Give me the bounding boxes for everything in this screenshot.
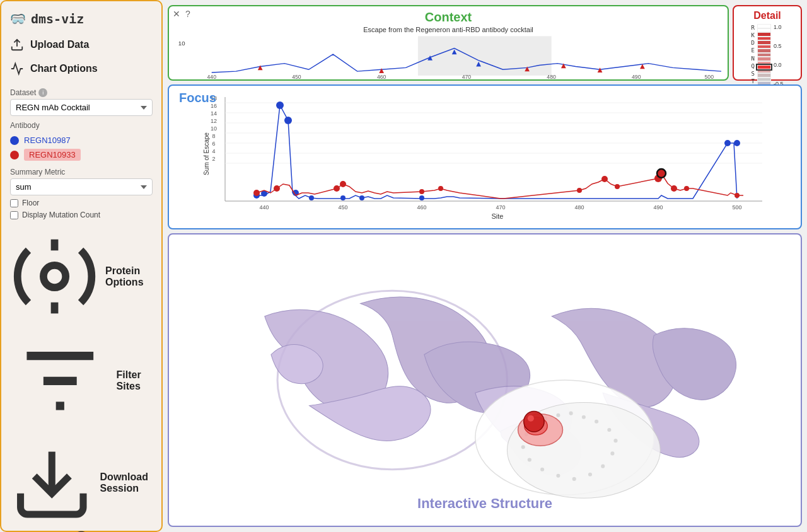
upload-data-label: Upload Data xyxy=(30,39,89,50)
svg-text:14: 14 xyxy=(211,110,217,117)
svg-text:500: 500 xyxy=(732,204,741,211)
svg-text:470: 470 xyxy=(496,204,505,211)
main-area: ✕ ? Context Escape from the Regeneron an… xyxy=(163,0,807,532)
detail-title: Detail xyxy=(753,10,781,21)
display-mutation-checkbox[interactable] xyxy=(10,211,18,219)
dataset-label: Dataset i xyxy=(10,88,153,97)
filter-sites-label: Filter Sites xyxy=(117,369,153,392)
svg-text:500: 500 xyxy=(705,74,714,80)
logo-icon: 🥽 xyxy=(10,11,26,26)
svg-point-61 xyxy=(419,195,424,200)
floor-label: Floor xyxy=(22,199,39,207)
antibody2-label: REGN10933 xyxy=(24,149,81,161)
antibody1-label: REGN10987 xyxy=(24,136,71,145)
upload-data-button[interactable]: Upload Data xyxy=(10,33,153,57)
svg-text:460: 460 xyxy=(377,74,386,80)
svg-point-68 xyxy=(419,189,424,194)
antibody2-item[interactable]: REGN10933 xyxy=(10,147,153,163)
svg-rect-9 xyxy=(418,36,552,76)
svg-point-89 xyxy=(610,451,614,455)
protein-options-button[interactable]: Protein Options xyxy=(10,227,153,326)
svg-point-83 xyxy=(556,413,560,417)
context-chart-svg: 10 440 xyxy=(175,35,721,80)
svg-point-67 xyxy=(340,181,346,187)
svg-marker-17 xyxy=(598,67,603,72)
context-close-button[interactable]: ✕ xyxy=(173,9,180,19)
svg-text:460: 460 xyxy=(417,204,426,211)
svg-point-101 xyxy=(528,415,534,422)
antibody-section: REGN10987 REGN10933 xyxy=(10,134,153,163)
svg-point-77 xyxy=(734,193,740,198)
svg-text:Sum of Escape: Sum of Escape xyxy=(203,132,210,175)
filter-sites-button[interactable]: Filter Sites xyxy=(10,326,153,436)
github-icon[interactable] xyxy=(71,529,91,532)
svg-text:8: 8 xyxy=(212,133,215,139)
sidebar-bottom: Sidebar xyxy=(10,529,153,532)
svg-text:Site: Site xyxy=(492,212,504,220)
focus-chart-svg[interactable]: 18 16 14 12 10 8 6 4 2 Sum of Escape xyxy=(175,91,794,223)
svg-point-94 xyxy=(540,468,544,471)
top-row: ✕ ? Context Escape from the Regeneron an… xyxy=(168,5,802,81)
svg-point-59 xyxy=(340,195,345,200)
antibody-label: Antibody xyxy=(10,121,153,130)
download-session-button[interactable]: Download Session xyxy=(10,436,153,530)
context-title: Context xyxy=(175,10,721,25)
context-chart-area: 10 440 xyxy=(175,35,721,80)
svg-point-90 xyxy=(601,465,605,468)
focus-panel: Focus 18 16 14 12 10 8 6 4 2 Sum of Esca… xyxy=(168,84,802,229)
svg-text:470: 470 xyxy=(462,74,472,80)
svg-text:490: 490 xyxy=(653,204,663,211)
detail-panel: Detail R K D E N Q S T Y W F A I L xyxy=(733,5,802,81)
download-icon xyxy=(10,441,94,525)
dataset-select[interactable]: REGN mAb Cocktail xyxy=(10,99,153,116)
svg-point-1 xyxy=(44,265,66,287)
floor-checkbox[interactable] xyxy=(10,199,18,207)
upload-icon xyxy=(10,38,24,52)
structure-panel[interactable]: Interactive Structure xyxy=(168,233,802,527)
svg-point-72 xyxy=(615,184,620,189)
antibody1-dot xyxy=(10,136,19,145)
floor-row: Floor xyxy=(10,199,153,207)
antibody2-dot xyxy=(10,151,19,159)
antibody1-item[interactable]: REGN10987 xyxy=(10,134,153,147)
svg-text:4: 4 xyxy=(212,148,215,154)
svg-point-93 xyxy=(556,474,560,478)
svg-text:440: 440 xyxy=(259,204,269,211)
summary-metric-label: Summary Metric xyxy=(10,168,153,176)
context-help-button[interactable]: ? xyxy=(185,9,190,19)
protein-structure-illustration xyxy=(169,234,801,526)
chart-options-label: Chart Options xyxy=(30,63,98,74)
dataset-info-icon[interactable]: i xyxy=(38,88,47,97)
svg-point-75 xyxy=(671,185,677,192)
svg-point-65 xyxy=(274,185,280,192)
logo: 🥽 dms-viz xyxy=(10,8,153,33)
svg-point-56 xyxy=(284,117,292,124)
svg-point-91 xyxy=(588,473,592,477)
svg-point-84 xyxy=(569,412,573,415)
svg-text:10: 10 xyxy=(211,125,217,132)
svg-text:2: 2 xyxy=(212,156,215,162)
context-panel: ✕ ? Context Escape from the Regeneron an… xyxy=(168,5,729,81)
svg-point-55 xyxy=(276,101,284,109)
download-label: Download Session xyxy=(100,471,153,494)
chart-icon xyxy=(10,62,24,76)
svg-text:6: 6 xyxy=(212,141,215,147)
protein-options-label: Protein Options xyxy=(105,265,153,288)
svg-point-63 xyxy=(734,140,740,146)
svg-text:440: 440 xyxy=(207,74,217,80)
svg-point-70 xyxy=(577,188,582,193)
chart-options-button[interactable]: Chart Options xyxy=(10,57,153,81)
svg-point-100 xyxy=(524,412,544,432)
svg-text:490: 490 xyxy=(632,74,641,80)
context-chart-label: Escape from the Regeneron anti-RBD antib… xyxy=(175,26,721,33)
summary-metric-select[interactable]: sum xyxy=(10,178,153,195)
middle-row: Focus 18 16 14 12 10 8 6 4 2 Sum of Esca… xyxy=(168,84,802,229)
svg-point-85 xyxy=(582,415,586,419)
svg-text:450: 450 xyxy=(292,74,301,80)
structure-title: Interactive Structure xyxy=(417,495,552,513)
logo-text: dms-viz xyxy=(31,11,84,26)
display-mutation-row: Display Mutation Count xyxy=(10,211,153,219)
svg-text:480: 480 xyxy=(574,204,584,211)
chart-options-section: Dataset i REGN mAb Cocktail Antibody REG… xyxy=(10,81,153,222)
svg-text:480: 480 xyxy=(547,74,556,80)
